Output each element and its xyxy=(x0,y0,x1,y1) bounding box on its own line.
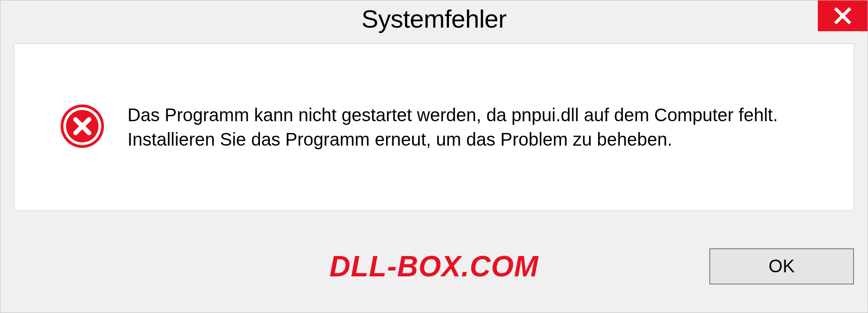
ok-button[interactable]: OK xyxy=(709,248,854,285)
dialog-footer: DLL-BOX.COM OK xyxy=(0,220,868,313)
watermark-text: DLL-BOX.COM xyxy=(330,250,539,283)
close-icon xyxy=(833,6,852,25)
titlebar: Systemfehler xyxy=(0,0,868,43)
error-icon xyxy=(60,104,105,151)
error-dialog: Systemfehler Das Programm kann nicht ges… xyxy=(0,0,868,313)
dialog-title: Systemfehler xyxy=(362,4,507,33)
error-message: Das Programm kann nicht gestartet werden… xyxy=(127,103,826,152)
close-button[interactable] xyxy=(818,0,868,31)
content-panel: Das Programm kann nicht gestartet werden… xyxy=(14,43,854,211)
